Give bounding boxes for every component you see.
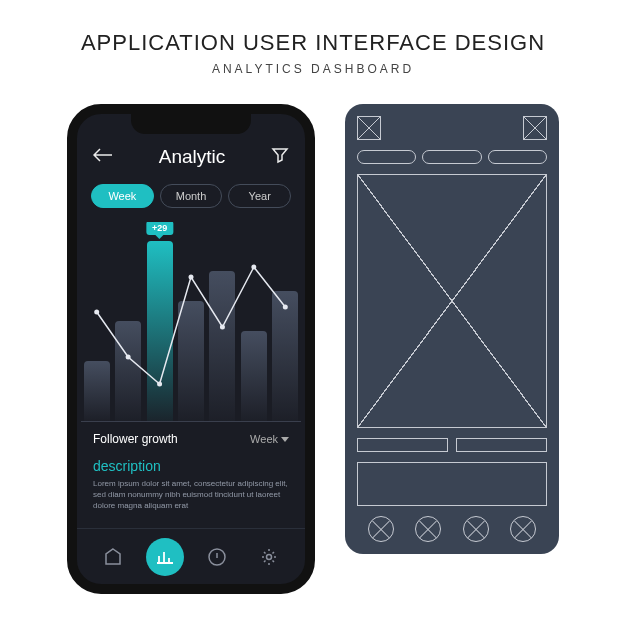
phone-mockup: Analytic Week Month Year +29 Follower gr… xyxy=(67,104,315,594)
wf-tab-placeholder xyxy=(488,150,547,164)
header-title: Analytic xyxy=(159,146,226,168)
tab-year[interactable]: Year xyxy=(228,184,291,208)
gear-icon xyxy=(259,547,279,567)
alert-icon xyxy=(207,547,227,567)
chevron-down-icon xyxy=(281,437,289,442)
svg-point-0 xyxy=(94,310,99,315)
section-title: Follower growth xyxy=(93,432,178,446)
nav-home[interactable] xyxy=(94,538,132,576)
wf-label-placeholder xyxy=(357,438,448,452)
back-icon[interactable] xyxy=(93,148,113,166)
svg-point-1 xyxy=(126,355,131,360)
nav-analytics[interactable] xyxy=(146,538,184,576)
wf-label-placeholder xyxy=(456,438,547,452)
wf-tab-placeholder xyxy=(422,150,481,164)
wf-back-placeholder xyxy=(357,116,381,140)
nav-alerts[interactable] xyxy=(198,538,236,576)
page-subtitle: ANALYTICS DASHBOARD xyxy=(212,62,414,76)
bottom-nav xyxy=(77,528,305,584)
tab-week[interactable]: Week xyxy=(91,184,154,208)
section-row: Follower growth Week xyxy=(77,422,305,450)
wf-description-placeholder xyxy=(357,462,547,506)
svg-point-4 xyxy=(220,325,225,330)
wf-nav-placeholder xyxy=(368,516,394,542)
wf-filter-placeholder xyxy=(523,116,547,140)
svg-point-3 xyxy=(189,275,194,280)
svg-point-2 xyxy=(157,382,162,387)
wf-tab-placeholder xyxy=(357,150,416,164)
chart-line xyxy=(81,222,301,422)
filter-icon[interactable] xyxy=(271,146,289,168)
wf-nav-placeholder xyxy=(463,516,489,542)
phone-notch xyxy=(131,114,251,134)
description-body: Lorem ipsum dolor sit amet, consectetur … xyxy=(77,478,305,512)
section-range-select[interactable]: Week xyxy=(250,433,289,445)
wf-nav-placeholder xyxy=(510,516,536,542)
svg-point-8 xyxy=(267,554,272,559)
svg-point-5 xyxy=(251,265,256,270)
analytics-chart: +29 xyxy=(81,222,301,422)
description-title: description xyxy=(77,450,305,478)
wf-nav-placeholder xyxy=(415,516,441,542)
tab-month[interactable]: Month xyxy=(160,184,223,208)
chart-icon xyxy=(155,547,175,567)
wireframe-mockup xyxy=(345,104,559,554)
wf-chart-placeholder xyxy=(357,174,547,428)
page-title: APPLICATION USER INTERFACE DESIGN xyxy=(81,30,545,56)
nav-settings[interactable] xyxy=(250,538,288,576)
svg-point-6 xyxy=(283,305,288,310)
home-icon xyxy=(103,547,123,567)
time-range-tabs: Week Month Year xyxy=(77,174,305,218)
